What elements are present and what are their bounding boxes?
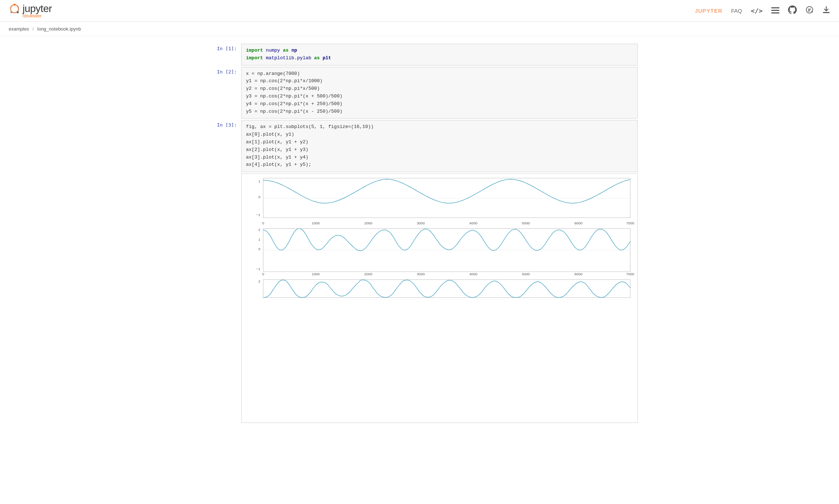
svg-text:1: 1 (258, 237, 261, 241)
cell-1: In [1]: import numpy as np import matplo… (201, 44, 638, 65)
cell-3-prompt: In [3]: (201, 120, 241, 128)
github-icon[interactable] (788, 5, 797, 16)
cell-3: In [3]: fig, ax = plt.subplots(5, 1, fig… (201, 120, 638, 172)
svg-point-1 (13, 4, 16, 6)
output-cell-3: 1 0 −1 0 1000 2000 3000 4000 5000 6000 7… (201, 173, 638, 423)
logo-area: jupyter nbviewer (9, 3, 52, 19)
nav-jupyter[interactable]: JUPYTER (695, 8, 722, 14)
cell-1-prompt: In [1]: (201, 44, 241, 51)
svg-text:5000: 5000 (522, 221, 530, 225)
nav-faq[interactable]: FAQ (731, 8, 742, 14)
download-icon[interactable] (822, 6, 830, 16)
breadcrumb: examples / long_notebook.ipynb (0, 22, 839, 36)
svg-text:4000: 4000 (469, 221, 477, 225)
svg-text:2000: 2000 (364, 221, 372, 225)
breadcrumb-separator: / (32, 26, 34, 32)
svg-rect-8 (778, 10, 779, 11)
badge-icon[interactable] (806, 6, 814, 16)
svg-text:2: 2 (258, 228, 261, 232)
plot-container: 1 0 −1 0 1000 2000 3000 4000 5000 6000 7… (242, 174, 637, 423)
cell-3-content: fig, ax = plt.subplots(5, 1, figsize=(16… (241, 120, 638, 172)
plots-svg: 1 0 −1 0 1000 2000 3000 4000 5000 6000 7… (242, 175, 637, 420)
svg-text:0: 0 (258, 195, 261, 199)
svg-text:1: 1 (258, 179, 261, 183)
cell-2-content: x = np.arange(7000) y1 = np.cos(2*np.pi*… (241, 67, 638, 119)
svg-point-3 (17, 11, 19, 13)
cell-2: In [2]: x = np.arange(7000) y1 = np.cos(… (201, 67, 638, 119)
svg-rect-16 (263, 178, 630, 218)
svg-text:1000: 1000 (312, 221, 320, 225)
output-content: 1 0 −1 0 1000 2000 3000 4000 5000 6000 7… (241, 173, 638, 423)
jupyter-logo-icon (9, 3, 20, 15)
svg-text:−1: −1 (256, 213, 261, 217)
svg-text:2000: 2000 (364, 272, 372, 276)
cell-1-code: import numpy as np import matplotlib.pyl… (246, 47, 633, 62)
logo-sub: nbviewer (23, 13, 41, 19)
svg-text:4000: 4000 (469, 272, 477, 276)
menu-icon[interactable] (771, 6, 779, 16)
svg-text:0: 0 (262, 221, 265, 225)
breadcrumb-file: long_notebook.ipynb (37, 26, 81, 32)
plot-2: 2 1 0 −1 0 1000 2000 3000 4000 5000 6000… (256, 228, 635, 276)
cell-3-code: fig, ax = plt.subplots(5, 1, figsize=(16… (246, 123, 633, 169)
code-icon[interactable]: </> (751, 7, 763, 15)
plot-3: 2 (258, 279, 630, 298)
page-header: jupyter nbviewer JUPYTER FAQ </> (0, 0, 839, 22)
svg-rect-43 (263, 280, 630, 297)
svg-text:2: 2 (258, 279, 261, 283)
cell-2-prompt: In [2]: (201, 67, 241, 75)
cell-2-code: x = np.arange(7000) y1 = np.cos(2*np.pi*… (246, 70, 633, 116)
notebook: In [1]: import numpy as np import matplo… (201, 36, 638, 436)
svg-text:1000: 1000 (312, 272, 320, 276)
svg-text:3000: 3000 (417, 272, 425, 276)
svg-text:0: 0 (258, 247, 261, 251)
svg-text:5000: 5000 (522, 272, 530, 276)
svg-text:0: 0 (262, 272, 265, 276)
svg-text:6000: 6000 (574, 272, 582, 276)
svg-rect-7 (778, 7, 779, 8)
svg-rect-9 (778, 12, 779, 13)
svg-rect-14 (823, 12, 830, 13)
svg-text:−1: −1 (256, 267, 261, 271)
svg-text:7000: 7000 (626, 221, 634, 225)
header-nav: JUPYTER FAQ </> (695, 5, 830, 16)
svg-text:3000: 3000 (417, 221, 425, 225)
breadcrumb-examples[interactable]: examples (9, 26, 29, 32)
svg-text:6000: 6000 (574, 221, 582, 225)
svg-text:7000: 7000 (626, 272, 634, 276)
cell-1-content: import numpy as np import matplotlib.pyl… (241, 44, 638, 65)
svg-point-2 (10, 11, 12, 13)
